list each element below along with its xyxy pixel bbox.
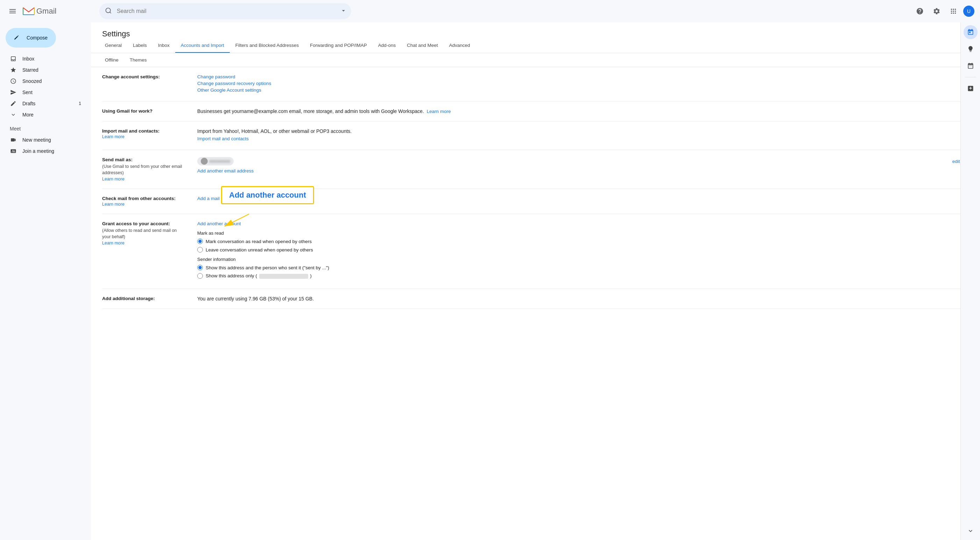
check-mail-label-main: Check mail from other accounts:: [102, 196, 186, 201]
add-storage-text: You are currently using 7.96 GB (53%) of…: [197, 296, 314, 301]
topbar-left: Gmail: [6, 4, 97, 18]
radio-leave-unread-input[interactable]: [197, 247, 203, 253]
hamburger-menu-icon[interactable]: [6, 4, 19, 18]
snoozed-icon: [10, 78, 17, 84]
new-meeting-label: New meeting: [22, 137, 51, 143]
gmail-work-label-main: Using Gmail for work?: [102, 108, 186, 114]
sidebar-item-new-meeting[interactable]: New meeting: [10, 134, 91, 145]
tab-forwarding-pop-imap[interactable]: Forwarding and POP/IMAP: [304, 38, 372, 53]
settings-content: Change account settings: Change password…: [91, 67, 980, 309]
import-mail-label: Import mail and contacts: Learn more: [102, 128, 186, 139]
radio-leave-unread-label: Leave conversation unread when opened by…: [206, 247, 313, 253]
settings-row-import-mail: Import mail and contacts: Learn more Imp…: [102, 121, 969, 150]
avatar[interactable]: U: [963, 6, 974, 17]
radio-mark-read[interactable]: Mark conversation as read when opened by…: [197, 239, 969, 244]
settings-row-grant-access: Grant access to your account: (Allow oth…: [102, 214, 969, 289]
add-storage-label-main: Add additional storage:: [102, 296, 186, 301]
search-dropdown-icon[interactable]: [340, 7, 347, 15]
apps-icon[interactable]: [947, 4, 961, 18]
add-mail-account-link[interactable]: Add a mail account: [197, 196, 969, 201]
compose-button[interactable]: Compose: [6, 28, 56, 48]
join-meeting-label: Join a meeting: [22, 148, 54, 154]
right-panel: [961, 22, 980, 540]
import-mail-text: Import from Yahoo!, Hotmail, AOL, or oth…: [197, 128, 969, 134]
more-icon: [10, 112, 17, 118]
import-mail-content: Import from Yahoo!, Hotmail, AOL, or oth…: [197, 128, 969, 143]
tab-add-ons[interactable]: Add-ons: [372, 38, 401, 53]
right-panel-tasks-icon[interactable]: [964, 59, 978, 73]
sidebar-item-inbox-label: Inbox: [22, 56, 81, 62]
gmail-work-learn-more[interactable]: Learn more: [427, 109, 451, 114]
import-mail-label-main: Import mail and contacts:: [102, 128, 186, 134]
grant-access-label: Grant access to your account: (Allow oth…: [102, 221, 186, 245]
email-chip-avatar: [201, 158, 208, 165]
check-mail-content: Add a mail account: [197, 196, 969, 202]
radio-show-address-only[interactable]: Show this address only ( ): [197, 273, 969, 279]
search-bar[interactable]: [99, 3, 351, 19]
send-mail-as-label-main: Send mail as:: [102, 157, 186, 162]
meet-section: Meet New meeting Join a meeting: [0, 120, 91, 157]
change-account-content: Change password Change password recovery…: [197, 74, 969, 94]
check-mail-label: Check mail from other accounts: Learn mo…: [102, 196, 186, 207]
grant-access-sublabel: (Allow others to read and send mail on y…: [102, 228, 186, 240]
radio-mark-read-input[interactable]: [197, 239, 203, 244]
mark-as-read-group: Mark conversation as read when opened by…: [197, 239, 969, 253]
change-recovery-link[interactable]: Change password recovery options: [197, 81, 969, 86]
search-icon: [105, 7, 112, 15]
tab-filters-blocked[interactable]: Filters and Blocked Addresses: [230, 38, 305, 53]
search-input[interactable]: [99, 3, 351, 19]
sidebar-item-starred[interactable]: Starred: [0, 64, 87, 76]
add-email-address-link[interactable]: Add another email address: [197, 168, 969, 174]
send-mail-as-learn-more[interactable]: Learn more: [102, 177, 124, 182]
tab-general[interactable]: General: [99, 38, 127, 53]
sidebar-item-more-label: More: [22, 112, 81, 118]
radio-show-address-sent-by-label: Show this address and the person who sen…: [206, 265, 329, 270]
sidebar-item-snoozed[interactable]: Snoozed: [0, 76, 87, 87]
mark-as-read-title: Mark as read: [197, 231, 969, 236]
radio-show-address-sent-by[interactable]: Show this address and the person who sen…: [197, 265, 969, 270]
tab-offline[interactable]: Offline: [99, 54, 124, 65]
change-password-link[interactable]: Change password: [197, 74, 969, 80]
sender-info-title: Sender information: [197, 257, 969, 262]
send-mail-as-email-row: ●●●●●●●● edit info: [197, 157, 969, 166]
radio-show-address-only-input[interactable]: [197, 273, 203, 279]
settings-tabs: General Labels Inbox Accounts and Import…: [91, 38, 980, 53]
sidebar-item-join-meeting[interactable]: Join a meeting: [10, 145, 91, 157]
help-icon[interactable]: [913, 4, 927, 18]
sender-info-group: Show this address and the person who sen…: [197, 265, 969, 279]
import-mail-link[interactable]: Import mail and contacts: [197, 136, 969, 141]
tab-labels[interactable]: Labels: [127, 38, 153, 53]
settings-title: Settings: [91, 22, 980, 38]
scroll-down-indicator[interactable]: [967, 527, 974, 534]
right-panel-add-icon[interactable]: [964, 81, 978, 96]
add-another-account-link[interactable]: Add another account: [197, 221, 969, 226]
sidebar-item-sent[interactable]: Sent: [0, 87, 87, 98]
keyboard-icon: [10, 148, 17, 154]
tab-inbox[interactable]: Inbox: [153, 38, 175, 53]
right-panel-divider: [965, 77, 976, 77]
import-mail-learn-more[interactable]: Learn more: [102, 134, 124, 139]
tab-advanced[interactable]: Advanced: [444, 38, 476, 53]
tab-accounts-import[interactable]: Accounts and Import: [175, 38, 230, 53]
radio-mark-read-label: Mark conversation as read when opened by…: [206, 239, 312, 244]
change-account-label-main: Change account settings:: [102, 74, 186, 80]
radio-leave-unread[interactable]: Leave conversation unread when opened by…: [197, 247, 969, 253]
settings-row-send-mail-as: Send mail as: (Use Gmail to send from yo…: [102, 150, 969, 189]
right-panel-calendar-icon[interactable]: [964, 25, 978, 39]
gmail-m-icon: [22, 6, 35, 16]
grant-access-content: Add another account Mark as read Mark co…: [197, 221, 969, 282]
radio-show-address-sent-by-input[interactable]: [197, 265, 203, 270]
sidebar-item-more[interactable]: More: [0, 109, 87, 120]
settings-row-change-account: Change account settings: Change password…: [102, 67, 969, 102]
sidebar-item-drafts[interactable]: Drafts 1: [0, 98, 87, 109]
grant-access-learn-more[interactable]: Learn more: [102, 241, 124, 245]
google-account-link[interactable]: Other Google Account settings: [197, 88, 969, 93]
sidebar-item-inbox[interactable]: Inbox: [0, 53, 87, 64]
right-panel-notes-icon[interactable]: [964, 42, 978, 56]
tab-chat-meet[interactable]: Chat and Meet: [401, 38, 444, 53]
main-content: Settings General Labels Inbox Accounts a…: [91, 22, 980, 540]
drafts-count: 1: [79, 101, 81, 106]
settings-icon[interactable]: [930, 4, 943, 18]
check-mail-learn-more[interactable]: Learn more: [102, 202, 124, 207]
tab-themes[interactable]: Themes: [124, 54, 153, 65]
